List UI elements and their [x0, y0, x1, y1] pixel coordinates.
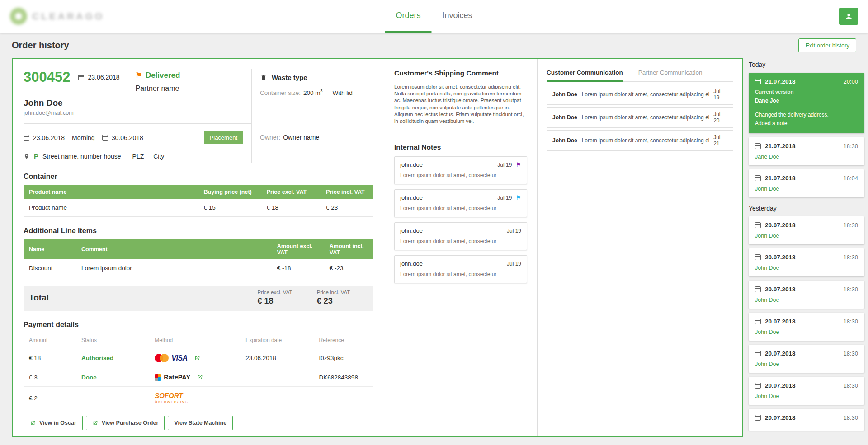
version-timeline[interactable]: Today 21.07.2018 20:00 Current version D… — [749, 58, 868, 435]
calendar-icon — [755, 79, 761, 84]
top-bar: CLEARAGO Orders Invoices — [0, 0, 868, 33]
delivery-block: 23.06.2018 Morning 30.06.2018 Placement — [24, 124, 252, 163]
mastercard-logo — [155, 354, 169, 362]
tab-partner-communication[interactable]: Partner Communication — [638, 69, 703, 82]
entry-time: 20:00 — [843, 78, 858, 85]
order-status-block: ⚑ Delivered Partner name — [136, 71, 180, 93]
tab-invoices[interactable]: Invoices — [431, 0, 483, 33]
note-text: Lorem ipsum dolor sit amet, consectetur — [400, 238, 521, 244]
internal-note[interactable]: john.doe Jul 19 Lorem ipsum dolor sit am… — [394, 255, 527, 283]
calendar-icon — [755, 415, 761, 421]
timeline-entry[interactable]: 20.07.2018 18:30 John Doe — [749, 248, 864, 276]
timeline-entry[interactable]: 20.07.2018 18:30 John Doe — [749, 377, 864, 405]
view-purchase-order-button[interactable]: View Purchase Order — [86, 416, 165, 430]
calendar-icon — [102, 135, 108, 141]
communication-message[interactable]: John Doe Lorem ipsum dolor sit amet, con… — [547, 130, 733, 151]
container-section-title: Container — [24, 173, 373, 181]
entry-date: 21.07.2018 — [765, 143, 796, 150]
user-icon — [844, 12, 853, 21]
entry-date: 20.07.2018 — [765, 350, 796, 357]
table-row: Product name € 15 € 18 € 23 — [24, 199, 373, 217]
ratepay-logo-icon — [155, 374, 161, 381]
waste-type-title: Waste type — [272, 74, 307, 81]
entry-time: 18:30 — [843, 382, 858, 389]
order-detail-scroll[interactable]: 300452 23.06.2018 ⚑ Delivered Partne — [13, 59, 384, 410]
customer-email: john.doe@mail.com — [24, 110, 243, 116]
calendar-icon — [24, 135, 29, 141]
entry-time: 18:30 — [843, 143, 858, 150]
customer-name: John Doe — [24, 98, 243, 108]
order-status: ⚑ Delivered — [136, 71, 180, 80]
logo-text: CLEARAGO — [32, 11, 104, 22]
entry-author: John Doe — [755, 393, 858, 399]
entry-author: John Doe — [755, 361, 858, 367]
timeline-entry[interactable]: 21.07.2018 18:30 Jane Doe — [749, 137, 864, 165]
timeline-group-today: Today — [749, 61, 864, 68]
app-logo[interactable]: CLEARAGO — [10, 8, 104, 25]
note-date: Jul 19 — [497, 162, 512, 168]
timeline-entry[interactable]: 20.07.2018 18:30 John Doe — [749, 216, 864, 244]
view-in-oscar-button[interactable]: View in Oscar — [24, 416, 83, 430]
timeline-entry[interactable]: 20.07.2018 18:30 John Doe — [749, 345, 864, 373]
address-street: Street name, number house — [42, 153, 121, 160]
entry-author: John Doe — [755, 233, 858, 239]
table-header-row: Name Comment Amount excl. VAT Amount inc… — [24, 239, 373, 259]
payment-status: Authorised — [76, 348, 149, 368]
entry-author: Dane Joe — [755, 98, 858, 104]
order-detail-panel: 300452 23.06.2018 ⚑ Delivered Partne — [13, 59, 384, 436]
sub-header: Order history Exit order history — [0, 33, 868, 58]
tab-orders[interactable]: Orders — [385, 0, 431, 33]
flag-icon[interactable]: ⚑ — [516, 195, 521, 201]
flag-icon[interactable]: ⚑ — [516, 162, 521, 168]
internal-note[interactable]: john.doe Jul 19 ⚑ Lorem ipsum dolor sit … — [394, 189, 527, 217]
timeline-entry-current[interactable]: 21.07.2018 20:00 Current version Dane Jo… — [749, 73, 864, 133]
note-author: john.doe — [400, 227, 423, 234]
payment-status: Done — [76, 368, 149, 387]
order-card: 300452 23.06.2018 ⚑ Delivered Partne — [12, 58, 743, 437]
entry-time: 16:04 — [843, 175, 858, 182]
entry-author: John Doe — [755, 329, 858, 335]
note-text: Lorem ipsum dolor sit amet, consectetur — [400, 172, 521, 178]
tab-customer-communication[interactable]: Customer Communication — [547, 69, 623, 82]
calendar-icon — [755, 222, 761, 228]
entry-date: 20.07.2018 — [765, 318, 796, 325]
message-text: Lorem ipsum dolor sit amet, consectetur … — [582, 114, 709, 121]
view-state-machine-button[interactable]: View State Machine — [168, 416, 233, 430]
internal-note[interactable]: john.doe Jul 19 ⚑ Lorem ipsum dolor sit … — [394, 156, 527, 184]
note-author: john.doe — [400, 161, 423, 168]
external-link-icon[interactable] — [197, 374, 203, 380]
table-header-row: Amount Status Method Expiration date Ref… — [24, 333, 373, 348]
address-plz: PLZ — [132, 153, 144, 160]
payment-table: Amount Status Method Expiration date Ref… — [24, 333, 373, 410]
address-city: City — [153, 153, 164, 160]
line-items-section-title: Additional Line Items — [24, 227, 373, 235]
payment-row: € 18 Authorised VISA — [24, 348, 373, 368]
communication-tabs: Customer Communication Partner Communica… — [547, 69, 733, 82]
order-identity: 300452 23.06.2018 ⚑ Delivered Partne — [24, 69, 252, 124]
communication-message[interactable]: John Doe Lorem ipsum dolor sit amet, con… — [547, 107, 733, 128]
table-row: Discount Lorem ipsum dolor € -18 € -23 — [24, 259, 373, 277]
content-area: 300452 23.06.2018 ⚑ Delivered Partne — [0, 58, 868, 437]
timeline-entry[interactable]: 20.07.2018 18:30 — [749, 409, 864, 431]
note-text: Lorem ipsum dolor sit amet, consectetur — [400, 271, 521, 277]
external-link-icon — [30, 420, 36, 426]
payment-section-title: Payment details — [24, 321, 373, 329]
user-menu-button[interactable] — [839, 8, 858, 25]
owner-block: Owner: Owner name — [252, 124, 373, 163]
communication-message[interactable]: John Doe Lorem ipsum dolor sit amet, con… — [547, 84, 733, 105]
timeline-entry[interactable]: 20.07.2018 18:30 John Doe — [749, 281, 864, 309]
entry-author: John Doe — [755, 186, 858, 192]
note-date: Jul 19 — [507, 228, 521, 234]
shipping-comment-text: Lorem ipsum dolor sit amet, consectetur … — [394, 84, 527, 134]
timeline-entry[interactable]: 20.07.2018 18:30 John Doe — [749, 313, 864, 341]
visa-logo: VISA — [171, 354, 187, 362]
message-author: John Doe — [552, 91, 577, 98]
exit-order-history-button[interactable]: Exit order history — [798, 38, 856, 52]
entry-date: 21.07.2018 — [765, 78, 796, 85]
note-date: Jul 19 — [507, 261, 521, 267]
external-link-icon[interactable] — [194, 355, 200, 361]
timeline-entry[interactable]: 21.07.2018 16:04 John Doe — [749, 169, 864, 197]
calendar-icon — [755, 175, 761, 181]
entry-author: Jane Doe — [755, 154, 858, 160]
internal-note[interactable]: john.doe Jul 19 Lorem ipsum dolor sit am… — [394, 222, 527, 250]
